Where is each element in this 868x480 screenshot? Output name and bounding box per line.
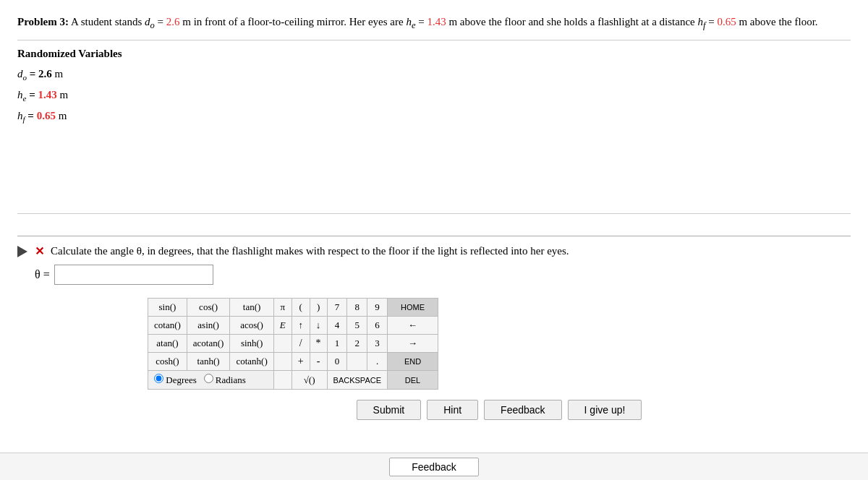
hint-button[interactable]: Hint (427, 400, 478, 420)
var-line-hf: hf = 0.65 m (17, 106, 851, 127)
radians-radio[interactable] (204, 374, 213, 383)
btn-cotan[interactable]: cotan() (148, 317, 187, 335)
btn-left-arrow[interactable]: ← (388, 317, 438, 335)
btn-1[interactable]: 1 (327, 335, 347, 353)
problem-label: Problem 3: (17, 16, 69, 27)
btn-divide[interactable]: / (292, 335, 310, 353)
theta-label: θ = (35, 268, 50, 281)
btn-multiply[interactable]: * (310, 335, 327, 353)
feedback-button[interactable]: Feedback (484, 400, 561, 420)
randomized-vars-section: Randomized Variables do = 2.6 m he = 1.4… (17, 48, 851, 127)
btn-close-paren[interactable]: ) (310, 299, 327, 317)
btn-8[interactable]: 8 (347, 299, 367, 317)
btn-E[interactable]: E (273, 317, 292, 335)
question-row: ✕ Calculate the angle θ, in degrees, tha… (17, 245, 851, 257)
degrees-radians-cell: Degrees Radians (148, 371, 274, 390)
problem-text-before: A student stands (71, 16, 145, 27)
btn-dot[interactable]: . (367, 353, 388, 371)
btn-up-arrow[interactable]: ↑ (292, 317, 310, 335)
randomized-vars-title: Randomized Variables (17, 48, 851, 60)
feedback-bar-button[interactable]: Feedback (389, 458, 478, 476)
submit-button[interactable]: Submit (357, 400, 422, 420)
btn-7[interactable]: 7 (327, 299, 347, 317)
var-line-d0: do = 2.6 m (17, 64, 851, 85)
hf-var: hf (698, 16, 706, 27)
calc-row-4: cosh() tanh() cotanh() + - 0 . END (148, 353, 438, 371)
bottom-buttons: Submit Hint Feedback I give up! (148, 400, 851, 420)
calc-row-1: sin() cos() tan() π ( ) 7 8 9 HOME (148, 299, 438, 317)
btn-atan[interactable]: atan() (148, 335, 187, 353)
calc-row-3: atan() acotan() sinh() / * 1 2 3 → (148, 335, 438, 353)
main-content: Problem 3: A student stands do = 2.6 m i… (0, 0, 868, 427)
degrees-label[interactable]: Degrees (166, 374, 197, 385)
btn-sin[interactable]: sin() (148, 299, 187, 317)
btn-2[interactable]: 2 (347, 335, 367, 353)
btn-5[interactable]: 5 (347, 317, 367, 335)
btn-home[interactable]: HOME (388, 299, 438, 317)
btn-end[interactable]: END (388, 353, 438, 371)
btn-acos[interactable]: acos() (230, 317, 273, 335)
btn-backspace[interactable]: BACKSPACE (327, 371, 387, 390)
btn-cos[interactable]: cos() (187, 299, 230, 317)
d0-val: 2.6 (166, 16, 180, 27)
play-icon[interactable] (17, 246, 27, 257)
he-sub: e (412, 20, 416, 30)
btn-pi[interactable]: π (273, 299, 292, 317)
calc-row-5: Degrees Radians √() BACKSPACE DEL (148, 371, 438, 390)
btn-6[interactable]: 6 (367, 317, 388, 335)
radians-label[interactable]: Radians (216, 374, 246, 385)
d0-var: do (145, 16, 155, 27)
hf-val: 0.65 (717, 16, 736, 27)
input-row: θ = (35, 265, 851, 285)
btn-down-arrow[interactable]: ↓ (310, 317, 327, 335)
calc-table: sin() cos() tan() π ( ) 7 8 9 HOME cotan… (148, 298, 438, 390)
btn-sinh[interactable]: sinh() (230, 335, 273, 353)
btn-tan[interactable]: tan() (230, 299, 273, 317)
btn-cotanh[interactable]: cotanh() (230, 353, 273, 371)
btn-empty-3 (347, 353, 367, 371)
degrees-radio[interactable] (154, 374, 163, 383)
btn-empty-4 (273, 371, 292, 390)
feedback-bar: Feedback (0, 453, 868, 480)
calculator-area: sin() cos() tan() π ( ) 7 8 9 HOME cotan… (148, 298, 851, 420)
btn-3[interactable]: 3 (367, 335, 388, 353)
question-section: ✕ Calculate the angle θ, in degrees, tha… (17, 236, 851, 285)
btn-del[interactable]: DEL (388, 371, 438, 390)
btn-cosh[interactable]: cosh() (148, 353, 187, 371)
divider-1 (17, 40, 851, 40)
text-end: = (708, 16, 717, 27)
btn-0[interactable]: 0 (327, 353, 347, 371)
btn-open-paren[interactable]: ( (292, 299, 310, 317)
problem-statement: Problem 3: A student stands do = 2.6 m i… (17, 13, 851, 33)
btn-right-arrow[interactable]: → (388, 335, 438, 353)
hf-sub: f (703, 20, 705, 30)
d0-eq: = (158, 16, 166, 27)
calc-row-2: cotan() asin() acos() E ↑ ↓ 4 5 6 ← (148, 317, 438, 335)
btn-asin[interactable]: asin() (187, 317, 230, 335)
text-mid2: m above the floor and she holds a flashl… (448, 16, 697, 27)
btn-minus[interactable]: - (310, 353, 327, 371)
btn-tanh[interactable]: tanh() (187, 353, 230, 371)
text-mid1: m in front of a floor-to-ceiling mirror.… (182, 16, 406, 27)
d0-sub: o (150, 20, 155, 30)
x-icon[interactable]: ✕ (33, 246, 45, 257)
btn-sqrt[interactable]: √() (292, 371, 327, 390)
i-give-up-button[interactable]: I give up! (568, 400, 642, 420)
var-line-he: he = 1.43 m (17, 85, 851, 106)
answer-input[interactable] (54, 265, 213, 285)
he-var: he (406, 16, 415, 27)
question-text: Calculate the angle θ, in degrees, that … (51, 245, 569, 257)
btn-4[interactable]: 4 (327, 317, 347, 335)
he-eq: = (418, 16, 427, 27)
divider-2 (17, 213, 851, 214)
btn-empty-1 (273, 335, 292, 353)
btn-empty-2 (273, 353, 292, 371)
btn-plus[interactable]: + (292, 353, 310, 371)
text-final: m above the floor. (739, 16, 817, 27)
btn-acotan[interactable]: acotan() (187, 335, 230, 353)
he-val: 1.43 (427, 16, 446, 27)
btn-9[interactable]: 9 (367, 299, 388, 317)
degrees-radio-label: Degrees Radians (154, 374, 246, 385)
